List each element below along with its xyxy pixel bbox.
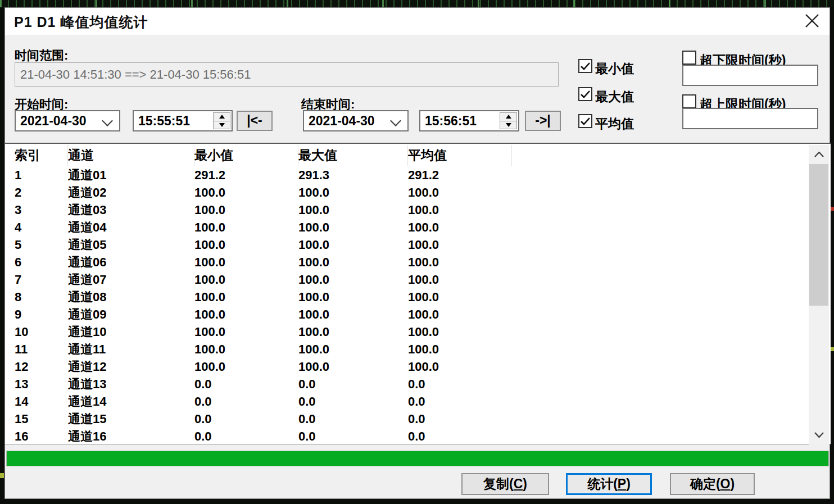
table-row[interactable]: 15通道150.00.00.0 [15,410,512,428]
button-text: 复制( [483,476,514,491]
table-cell: 10 [15,323,68,340]
max-value-checkbox[interactable] [578,87,592,101]
table-cell: 291.2 [194,166,298,184]
table-cell: 12 [15,358,68,375]
table-cell: 100.0 [408,219,512,236]
seek-start-button[interactable]: |<- [237,111,273,131]
table-cell: 100.0 [408,184,512,201]
table-row[interactable]: 6通道06100.0100.0100.0 [15,253,512,271]
table-row[interactable]: 5通道05100.0100.0100.0 [15,236,512,253]
column-header-index[interactable]: 索引 [15,145,68,166]
button-text: ) [626,476,631,491]
table-cell: 100.0 [194,201,298,219]
table-cell: 0.0 [194,428,298,445]
table-cell: 0.0 [298,375,408,393]
start-date-select[interactable]: 2021-04-30 [15,110,120,131]
table-cell: 0.0 [298,428,408,445]
spin-up-button[interactable] [214,113,230,121]
button-text: ) [523,476,527,491]
table-row[interactable]: 1通道01291.2291.3291.2 [15,166,512,184]
table-cell: 通道11 [68,340,194,358]
start-time-spinner[interactable]: 15:55:51 [133,110,233,131]
min-value-checkbox[interactable] [578,59,592,73]
column-header-channel[interactable]: 通道 [68,145,194,166]
table-cell: 通道02 [68,184,194,201]
table-cell: 100.0 [408,236,512,253]
close-button[interactable] [799,10,826,34]
table-cell: 100.0 [408,201,512,219]
chevron-up-icon [814,152,824,157]
time-range-label: 时间范围: [15,47,68,64]
seek-end-button[interactable]: ->| [525,111,561,131]
table-cell: 100.0 [298,271,408,288]
table-row[interactable]: 14通道140.00.00.0 [15,393,512,410]
table-row[interactable]: 2通道02100.0100.0100.0 [15,184,512,201]
avg-value-checkbox[interactable] [578,114,592,128]
table-header: 索引 通道 最小值 最大值 平均值 [15,145,512,166]
below-limit-input[interactable] [682,65,818,86]
ok-button[interactable]: 确定(O) [670,473,755,495]
table-cell: 100.0 [298,253,408,271]
table-row[interactable]: 3通道03100.0100.0100.0 [15,201,512,219]
table-cell: 100.0 [194,184,298,201]
table-cell: 100.0 [298,323,408,340]
table-cell: 14 [15,393,68,410]
table-cell: 0.0 [408,410,512,428]
above-limit-checkbox[interactable] [682,94,696,108]
spin-buttons [213,112,230,129]
spin-up-button[interactable] [500,113,516,121]
table-row[interactable]: 12通道12100.0100.0100.0 [15,358,512,375]
table-cell: 100.0 [408,288,512,306]
table-cell: 8 [15,288,68,306]
table-cell: 通道04 [68,219,194,236]
table-cell: 100.0 [194,358,298,375]
table-row[interactable]: 7通道07100.0100.0100.0 [15,271,512,288]
table-cell: 通道09 [68,306,194,323]
copy-button[interactable]: 复制(C) [461,473,549,495]
button-text: 确定( [690,476,720,491]
table-cell: 3 [15,201,68,219]
table-row[interactable]: 4通道04100.0100.0100.0 [15,219,512,236]
table-cell: 通道13 [68,375,194,393]
scroll-down-button[interactable] [809,425,829,444]
table-cell: 9 [15,306,68,323]
scrollbar-thumb[interactable] [809,164,828,306]
column-header-avg[interactable]: 平均值 [408,145,512,166]
table-cell: 0.0 [408,393,512,410]
button-mnemonic: O [720,476,731,491]
statistics-button[interactable]: 统计(P) [566,473,652,495]
table-cell: 1 [15,166,68,184]
table-cell: 100.0 [194,323,298,340]
column-header-min[interactable]: 最小值 [194,145,298,166]
table-cell: 100.0 [194,340,298,358]
table-row[interactable]: 8通道08100.0100.0100.0 [15,288,512,306]
vertical-scrollbar[interactable] [809,145,829,444]
start-time-value: 15:55:51 [138,113,190,128]
title-bar: P1 D1 峰值均值统计 [5,8,830,35]
spin-down-button[interactable] [214,121,230,129]
table-cell: 0.0 [194,375,298,393]
spin-down-button[interactable] [500,121,516,129]
table-row[interactable]: 16通道160.00.00.0 [15,428,512,445]
end-time-spinner[interactable]: 15:56:51 [419,110,519,131]
table-cell: 通道03 [68,201,194,219]
above-limit-input[interactable] [682,108,818,129]
table-cell: 100.0 [298,340,408,358]
below-limit-checkbox[interactable] [682,51,696,65]
column-header-max[interactable]: 最大值 [298,145,408,166]
table-cell: 100.0 [408,340,512,358]
dialog-title: P1 D1 峰值均值统计 [14,13,148,31]
table-cell: 100.0 [194,306,298,323]
table-row[interactable]: 9通道09100.0100.0100.0 [15,306,512,323]
close-icon [804,13,820,31]
scroll-up-button[interactable] [809,145,829,164]
table-cell: 6 [15,253,68,271]
triangle-up-icon [219,115,225,119]
end-date-select[interactable]: 2021-04-30 [303,110,409,131]
triangle-down-icon [219,123,225,127]
table-cell: 100.0 [194,288,298,306]
table-row[interactable]: 10通道10100.0100.0100.0 [15,323,512,340]
background-tick [831,347,834,351]
table-row[interactable]: 13通道130.00.00.0 [15,375,512,393]
table-row[interactable]: 11通道11100.0100.0100.0 [15,340,512,358]
